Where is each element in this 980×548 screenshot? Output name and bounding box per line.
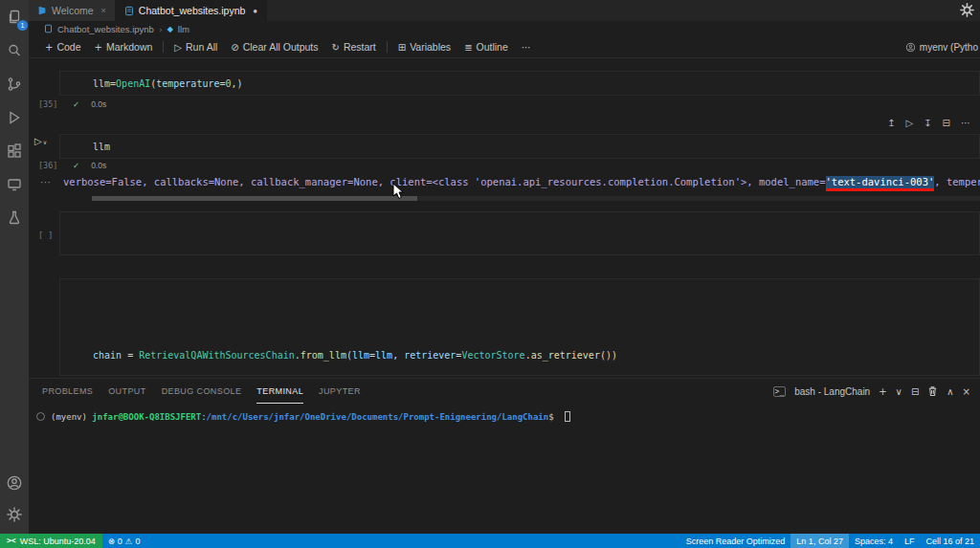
kill-terminal-icon[interactable] [927,385,938,397]
cursor-position-indicator[interactable]: Ln 1, Col 27 [791,534,849,548]
settings-gear-icon[interactable] [5,505,24,524]
new-terminal-icon[interactable]: + [879,386,886,397]
execution-count: [36] [38,161,61,170]
screen-reader-label: Screen Reader Optimized [686,537,786,546]
execute-above-icon[interactable]: ↥ [887,118,895,128]
eol-indicator[interactable]: LF [899,534,921,548]
tab-notebook[interactable]: Chatbot_websites.ipynb ● [116,0,267,21]
code-cell[interactable]: llm [59,134,980,159]
tab-terminal[interactable]: TERMINAL [256,379,303,404]
restart-icon: ↻ [332,42,340,53]
success-check-icon: ✓ [73,161,79,170]
explorer-badge: 1 [17,20,28,31]
cell-position-indicator[interactable]: Cell 16 of 21 [920,534,980,548]
terminal-instance-dropdown[interactable]: bash - LangChain [794,386,870,397]
problems-indicator[interactable]: ⊗ 0 ⚠ 0 [102,534,146,548]
variables-icon: ⊞ [398,42,406,53]
unsaved-dot-icon[interactable]: ● [253,7,257,15]
cell-code[interactable]: chain = RetrievalQAWithSourcesChain.from… [93,350,979,361]
bottom-panel: PROBLEMS OUTPUT DEBUG CONSOLE TERMINAL J… [29,378,980,534]
cell-code[interactable]: llm=OpenAI(temperature=0,) [93,78,243,89]
close-panel-icon[interactable]: × [963,386,970,397]
more-actions-icon[interactable]: ⋯ [961,118,970,128]
tab-debug-console[interactable]: DEBUG CONSOLE [162,379,242,404]
explorer-icon[interactable]: 1 [5,8,24,27]
tab-label: Chatbot_websites.ipynb [139,5,246,16]
kernel-icon [905,42,916,53]
outline-button[interactable]: ≣ Outline [457,36,515,57]
notebook-file-icon [124,6,134,16]
close-icon[interactable]: × [101,6,106,15]
tab-output[interactable]: OUTPUT [108,379,145,404]
statusbar-spacer [145,534,679,548]
code-cell[interactable]: chain = RetrievalQAWithSourcesChain.from… [59,278,980,376]
split-terminal-icon[interactable]: ⊟ [911,386,919,397]
code-cell[interactable]: llm=OpenAI(temperature=0,) [59,71,980,96]
play-icon: ▷ [34,136,42,146]
account-icon[interactable] [5,473,24,493]
maximize-panel-icon[interactable]: ∧ [947,386,953,397]
cell-code[interactable]: llm [93,142,110,152]
indentation-indicator[interactable]: Spaces: 4 [849,534,899,548]
run-cell-button[interactable]: ▷ ∨ [34,136,47,146]
breadcrumb: Chatbot_websites.ipynb › ◆ llm [29,21,980,36]
gear-icon[interactable] [960,3,974,19]
extensions-icon[interactable] [5,142,24,161]
plus-icon: + [45,42,53,53]
editor-tab-bar: Welcome × Chatbot_websites.ipynb ● [29,0,980,21]
divider [163,41,164,53]
add-code-cell-button[interactable]: + Code [38,36,88,57]
button-label: Code [56,41,80,53]
breadcrumb-file[interactable]: Chatbot_websites.ipynb [57,24,154,34]
chevron-right-icon: › [159,24,163,34]
clear-all-outputs-button[interactable]: ⊘ Clear All Outputs [224,36,324,57]
scrollbar-thumb[interactable] [92,196,417,201]
remote-indicator[interactable]: >< WSL: Ubuntu-20.04 [0,534,102,548]
execution-count: [35] [38,99,61,109]
activity-bar-bottom [0,473,29,524]
add-markdown-cell-button[interactable]: + Markdown [88,36,160,57]
breadcrumb-symbol[interactable]: llm [178,24,189,34]
tab-problems[interactable]: PROBLEMS [42,379,93,404]
error-icon: ⊗ [108,537,115,546]
kernel-picker[interactable]: myenv (Pytho [905,36,980,58]
cell-position-label: Cell 16 of 21 [925,537,974,546]
remote-icon: >< [7,537,16,545]
split-cell-icon[interactable]: ⊟ [943,118,950,128]
screen-reader-indicator[interactable]: Screen Reader Optimized [680,534,791,548]
source-control-icon[interactable] [5,75,24,94]
panel-controls: >_ bash - LangChain + ∨ ⊟ ∧ × [773,379,970,404]
indentation-label: Spaces: 4 [855,537,893,546]
clear-icon: ⊘ [231,42,238,53]
warning-count: 0 [135,537,140,546]
output-options-icon[interactable]: ⋯ [40,176,51,188]
button-label: Variables [410,41,451,53]
remote-label: WSL: Ubuntu-20.04 [20,537,96,546]
tab-welcome[interactable]: Welcome × [29,0,116,21]
eol-label: LF [904,537,915,546]
chevron-down-icon[interactable]: ∨ [896,386,902,397]
execute-below-icon[interactable]: ↧ [924,118,931,128]
status-bar: >< WSL: Ubuntu-20.04 ⊗ 0 ⚠ 0 Screen Read… [0,534,980,548]
more-actions-button[interactable]: ⋯ [515,36,538,57]
cell-execution-status: [36] ✓ 0.0s [38,161,106,170]
button-label: Clear All Outputs [243,41,319,53]
terminal[interactable]: (myenv) jnfar@BOOK-Q8IBSJFERT:/mnt/c/Use… [36,411,570,422]
remote-explorer-icon[interactable] [5,175,24,194]
run-debug-icon[interactable] [5,108,24,127]
restart-button[interactable]: ↻ Restart [325,36,383,57]
cursor-position-label: Ln 1, Col 27 [796,537,843,546]
chevron-down-icon: ∨ [43,139,47,145]
terminal-cursor [565,411,570,422]
variables-button[interactable]: ⊞ Variables [391,36,457,57]
run-cell-icon[interactable]: ▷ [906,118,914,128]
plus-icon: + [95,42,102,53]
horizontal-scrollbar[interactable] [92,196,980,201]
mouse-cursor [392,183,405,203]
run-all-button[interactable]: ▷ Run All [167,36,224,57]
execution-time: 0.0s [91,161,106,170]
search-icon[interactable] [5,41,24,60]
testing-icon[interactable] [5,208,24,228]
tab-jupyter[interactable]: JUPYTER [319,379,361,404]
empty-code-cell[interactable] [59,211,980,255]
